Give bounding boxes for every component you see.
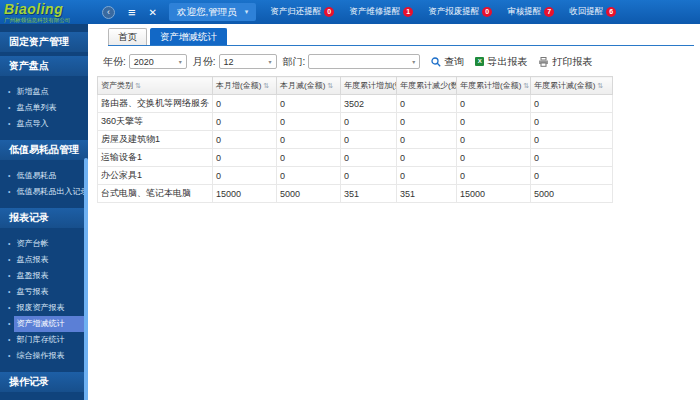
table-cell: 0 [457,149,531,167]
bullet-icon: • [8,84,10,100]
asset-statistics-table: 资产类别⇅本月增(金额)⇅本月减(金额)⇅年度累计增加(数量)年度累计减少(数量… [97,76,613,203]
sidebar-item-label: 新增盘点 [16,84,48,100]
menu-icon[interactable]: ≡ [128,5,136,20]
sidebar-item[interactable]: •资产台帐 [0,236,88,252]
logo-text: Biaoling [4,2,100,16]
year-value: 2020 [134,57,154,67]
table-cell: 0 [213,167,277,185]
table-row[interactable]: 房屋及建筑物1000000 [98,131,613,149]
table-cell: 0 [277,149,341,167]
year-select[interactable]: 2020 ▾ [129,54,187,69]
sort-icon: ⇅ [135,82,141,89]
badge-count: 1 [403,7,413,17]
sidebar-section-items: •低值易耗品•低值易耗品出入记录 [0,168,88,200]
sort-icon: ⇅ [523,82,529,89]
notification-badge-4[interactable]: 收回提醒6 [569,6,616,18]
badge-count: 6 [606,7,616,17]
table-cell: 15000 [213,185,277,203]
print-button-label: 打印报表 [552,55,592,69]
sidebar-section-header[interactable]: 低值易耗品管理 [0,140,88,160]
column-header[interactable]: 年度累计增加(数量) [341,77,397,95]
notification-badges: 资产归还提醒0资产维修提醒1资产报废提醒0审核提醒7收回提醒6 [270,6,631,18]
topbar: Biaoling 广州标领信息科技有限公司 ‹ ≡ ✕ 欢迎您,管理员 ▾ 资产… [0,0,700,24]
column-header[interactable]: 年度累计减少(数量) [397,77,457,95]
page-body: 固定资产管理资产盘点•新增盘点•盘点单列表•盘点导入低值易耗品管理•低值易耗品•… [0,24,700,400]
column-header-label: 年度累计增加(数量) [344,81,397,90]
sidebar-item[interactable]: •新增盘点 [0,84,88,100]
table-cell: 3502 [341,95,397,113]
table-cell: 0 [213,131,277,149]
sidebar-item-label: 资产增减统计 [16,316,64,332]
sort-icon: ⇅ [327,82,333,89]
badge-label: 审核提醒 [507,6,541,18]
column-header-label: 本月增(金额) [216,81,261,90]
tab-inactive[interactable]: 首页 [108,28,147,45]
table-row[interactable]: 办公家具1000000 [98,167,613,185]
dept-label: 部门: [283,55,306,69]
printer-icon [538,57,549,67]
sidebar-item[interactable]: •盘亏报表 [0,284,88,300]
column-header[interactable]: 年度累计减(金额)⇅ [531,77,613,95]
sidebar-item-label: 盘点报表 [16,252,48,268]
sidebar-scrollbar[interactable] [84,158,88,400]
bullet-icon: • [8,316,10,332]
sidebar-item[interactable]: •盘盈报表 [0,268,88,284]
table-cell: 路由器、交换机等网络服务 [98,95,213,113]
table-cell: 房屋及建筑物1 [98,131,213,149]
sidebar-item[interactable]: •盘点报表 [0,252,88,268]
welcome-text: 欢迎您,管理员 [177,6,237,19]
dept-select[interactable]: ▾ [308,54,420,69]
badge-count: 7 [544,7,554,17]
sidebar-item[interactable]: •低值易耗品出入记录 [0,184,88,200]
table-cell: 0 [277,131,341,149]
sidebar-item[interactable]: •盘点单列表 [0,100,88,116]
table-cell: 15000 [457,185,531,203]
chevron-down-icon: ▾ [179,58,182,65]
sidebar-section-header[interactable]: 资产盘点 [0,56,88,76]
sidebar-item[interactable]: •部门库存统计 [0,332,88,348]
search-button-label: 查询 [444,55,464,69]
column-header[interactable]: 本月减(金额)⇅ [277,77,341,95]
sidebar-sections: 固定资产管理资产盘点•新增盘点•盘点单列表•盘点导入低值易耗品管理•低值易耗品•… [0,32,88,400]
bullet-icon: • [8,100,10,116]
close-icon[interactable]: ✕ [149,7,157,18]
search-button[interactable]: 查询 [431,55,464,69]
table-row[interactable]: 路由器、交换机等网络服务003502000 [98,95,613,113]
column-header[interactable]: 资产类别⇅ [98,77,213,95]
notification-badge-2[interactable]: 资产报废提醒0 [428,6,492,18]
table-row[interactable]: 360天擎等000000 [98,113,613,131]
export-report-button[interactable]: X 导出报表 [475,55,527,69]
notification-badge-3[interactable]: 审核提醒7 [507,6,554,18]
collapse-sidebar-button[interactable]: ‹ [102,6,115,19]
table-cell: 0 [397,113,457,131]
sidebar-section-header[interactable]: 报表记录 [0,208,88,228]
table-cell: 0 [531,149,613,167]
column-header[interactable]: 年度累计增(金额)⇅ [457,77,531,95]
tab-active[interactable]: 资产增减统计 [150,28,227,45]
sidebar-item[interactable]: •低值易耗品 [0,168,88,184]
sidebar-item[interactable]: •盘点导入 [0,116,88,132]
print-report-button[interactable]: 打印报表 [538,55,592,69]
user-menu[interactable]: 欢迎您,管理员 ▾ [169,3,256,21]
sidebar-section-items: •资产台帐•盘点报表•盘盈报表•盘亏报表•报废资产报表•资产增减统计•部门库存统… [0,236,88,364]
table-cell: 台式电脑、笔记本电脑 [98,185,213,203]
month-select[interactable]: 12 ▾ [219,54,277,69]
month-value: 12 [224,57,234,67]
column-header-label: 本月减(金额) [280,81,325,90]
table-row[interactable]: 运输设备1000000 [98,149,613,167]
notification-badge-0[interactable]: 资产归还提醒0 [270,6,334,18]
notification-badge-1[interactable]: 资产维修提醒1 [349,6,413,18]
sidebar-item[interactable]: •报废资产报表 [0,300,88,316]
badge-count: 0 [324,7,334,17]
column-header[interactable]: 本月增(金额)⇅ [213,77,277,95]
sidebar-item[interactable]: •资产增减统计 [0,316,88,332]
bullet-icon: • [8,184,10,200]
sidebar-section-header[interactable]: 固定资产管理 [0,32,88,52]
table-row[interactable]: 台式电脑、笔记本电脑150005000351351150005000 [98,185,613,203]
sidebar-section-header[interactable]: 操作记录 [0,372,88,392]
table-cell: 0 [531,95,613,113]
sidebar-section-items: •新增盘点•盘点单列表•盘点导入 [0,84,88,132]
chevron-left-icon: ‹ [107,7,110,17]
logo: Biaoling 广州标领信息科技有限公司 [0,1,100,23]
sidebar-item[interactable]: •综合操作报表 [0,348,88,364]
